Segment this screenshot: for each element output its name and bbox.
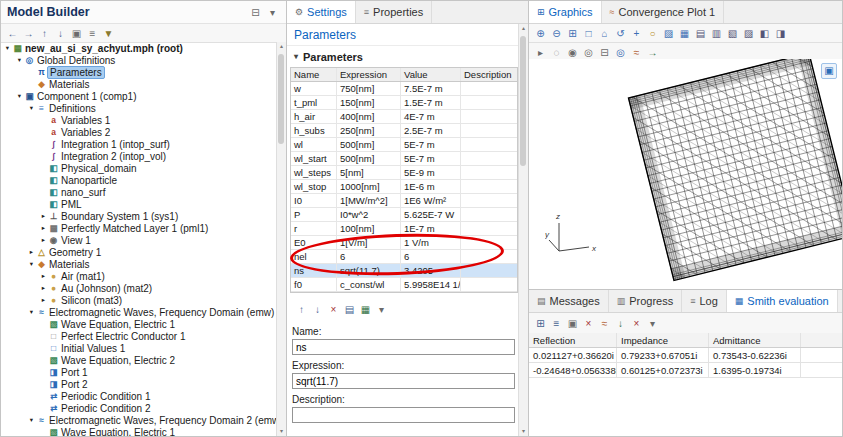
snapshot-icon[interactable]: ◎: [613, 45, 628, 60]
move-down-icon[interactable]: ↓: [310, 302, 325, 317]
tab-graphics[interactable]: ⊞Graphics: [529, 1, 602, 23]
copy-node-icon[interactable]: ▣: [69, 26, 84, 41]
expander-icon[interactable]: ▸: [39, 284, 48, 292]
clear-table-icon[interactable]: ×: [581, 316, 596, 331]
move-up-icon[interactable]: ↑: [37, 26, 52, 41]
column-header-description[interactable]: Description: [461, 68, 517, 81]
expander-icon[interactable]: ▾: [3, 44, 12, 52]
column-header-admittance[interactable]: Admittance: [709, 333, 801, 347]
move-down-icon[interactable]: ↓: [53, 26, 68, 41]
tree-item-nano-surf[interactable]: ◧nano_surf: [1, 186, 277, 198]
tab-convergence-plot-1[interactable]: ≈Convergence Plot 1: [602, 1, 725, 23]
tree-item-au-johnson-mat2[interactable]: ▸●Au (Johnson) (mat2): [1, 282, 277, 294]
wireframe-icon[interactable]: ▦: [677, 26, 692, 41]
left-view-icon[interactable]: ◧: [757, 26, 772, 41]
expander-icon[interactable]: ▾: [27, 104, 36, 112]
zoom-out-icon[interactable]: ⊖: [549, 26, 564, 41]
tree-item-silicon-mat3[interactable]: ▸●Silicon (mat3): [1, 294, 277, 306]
tree-item-air-mat1[interactable]: ▸●Air (mat1): [1, 270, 277, 282]
plot-table-icon[interactable]: ≈: [597, 316, 612, 331]
right-view-icon[interactable]: ◨: [773, 26, 788, 41]
expander-icon[interactable]: ▾: [27, 416, 36, 424]
param-row-wl-stop[interactable]: wl_stop1000[nm]1E-6 m: [291, 180, 517, 194]
expander-icon[interactable]: ▸: [39, 212, 48, 220]
param-row-r[interactable]: r100[nm]1E-7 m: [291, 222, 517, 236]
zoom-box-icon[interactable]: □: [581, 26, 596, 41]
tree-item-periodic-condition-1[interactable]: ⇄Periodic Condition 1: [1, 390, 277, 402]
scene-light-icon[interactable]: ○: [645, 26, 660, 41]
hide-icon[interactable]: ◌: [549, 45, 564, 60]
reset-hiding-icon[interactable]: ◎: [581, 45, 596, 60]
scroll-thumb[interactable]: [278, 54, 284, 144]
print-icon[interactable]: ⊟: [597, 45, 612, 60]
name-field-input[interactable]: [292, 339, 515, 355]
expander-icon[interactable]: ▾: [15, 92, 24, 100]
param-row-ns[interactable]: nssqrt(11.7)3.4205: [291, 264, 517, 278]
graphics-context-button[interactable]: ▣: [821, 63, 837, 79]
plot-settings-icon[interactable]: ≈: [629, 45, 644, 60]
forward-icon[interactable]: →: [21, 26, 36, 41]
tree-item-perfectly-matched-layer-1-pml1[interactable]: ▸▩Perfectly Matched Layer 1 (pml1): [1, 222, 277, 234]
tree-item-initial-values-1[interactable]: □Initial Values 1: [1, 342, 277, 354]
scroll-down-icon[interactable]: ▾: [277, 427, 286, 436]
delete-icon[interactable]: ×: [629, 316, 644, 331]
collapse-all-icon[interactable]: ⊟: [248, 5, 263, 20]
expander-icon[interactable]: ▸: [39, 224, 48, 232]
filter-icon[interactable]: ▼: [101, 26, 116, 41]
tree-item-component-1-comp1[interactable]: ▾▣Component 1 (comp1): [1, 90, 277, 102]
tree-item-electromagnetic-waves-frequency-domain-emw[interactable]: ▾≈Electromagnetic Waves, Frequency Domai…: [1, 306, 277, 318]
smith-row[interactable]: -0.24648+0.056338i0.60125+0.072373i1.639…: [529, 363, 842, 378]
tree-item-definitions[interactable]: ▾≡Definitions: [1, 102, 277, 114]
tab-messages[interactable]: ▤Messages: [529, 290, 609, 312]
tree-item-new-au-si-sy-achyut-mph-root[interactable]: ▾▦new_au_si_sy_achyut.mph (root): [1, 42, 277, 54]
table-menu-icon[interactable]: ▾: [374, 302, 389, 317]
tree-item-periodic-condition-2[interactable]: ⇄Periodic Condition 2: [1, 402, 277, 414]
tree-item-physical-domain[interactable]: ◧Physical_domain: [1, 162, 277, 174]
tree-item-port-2[interactable]: ◨Port 2: [1, 378, 277, 390]
expander-icon[interactable]: ▸: [39, 272, 48, 280]
tree-item-boundary-system-1-sys1[interactable]: ▸⊥Boundary System 1 (sys1): [1, 210, 277, 222]
param-row-wl-steps[interactable]: wl_steps5[nm]5E-9 m: [291, 166, 517, 180]
rotate-view-icon[interactable]: ↺: [613, 26, 628, 41]
tree-item-port-1[interactable]: ◨Port 1: [1, 366, 277, 378]
expander-icon[interactable]: ▸: [39, 236, 48, 244]
graphics-canvas[interactable]: z x y ▣: [529, 59, 842, 289]
tree-item-integration-1-intop-surf[interactable]: ∫Integration 1 (intop_surf): [1, 138, 277, 150]
tree-item-pml[interactable]: ◧PML: [1, 198, 277, 210]
tree-item-electromagnetic-waves-frequency-domain-2-emw2[interactable]: ▾≈Electromagnetic Waves, Frequency Domai…: [1, 414, 277, 426]
save-file-icon[interactable]: ▦: [358, 302, 373, 317]
param-row-t-pml[interactable]: t_pml150[nm]1.5E-7 m: [291, 96, 517, 110]
transparency-icon[interactable]: ▨: [661, 26, 676, 41]
full-precision-icon[interactable]: ≡: [549, 316, 564, 331]
tree-item-variables-1[interactable]: aVariables 1: [1, 114, 277, 126]
tree-item-wave-equation-electric-1[interactable]: ▧Wave Equation, Electric 1: [1, 318, 277, 330]
pan-icon[interactable]: +: [629, 26, 644, 41]
show-icon[interactable]: ◉: [565, 45, 580, 60]
expander-icon[interactable]: ▸: [39, 296, 48, 304]
tree-item-nanoparticle[interactable]: ◧Nanoparticle: [1, 174, 277, 186]
move-up-icon[interactable]: ↑: [294, 302, 309, 317]
load-file-icon[interactable]: ▤: [342, 302, 357, 317]
column-header-reflection[interactable]: Reflection: [529, 333, 617, 347]
go-to-default-view-icon[interactable]: ⌂: [597, 26, 612, 41]
expander-icon[interactable]: ▸: [27, 248, 36, 256]
expander-icon[interactable]: ▾: [27, 308, 36, 316]
scroll-down-icon[interactable]: ▾: [519, 427, 528, 436]
column-header-value[interactable]: Value: [401, 68, 461, 81]
tree-item-parameters[interactable]: πParameters: [1, 66, 277, 78]
tab-properties[interactable]: ≡Properties: [356, 1, 432, 23]
model-builder-scrollbar[interactable]: ▴ ▾: [276, 42, 286, 436]
column-header-impedance[interactable]: Impedance: [617, 333, 709, 347]
copy-table-icon[interactable]: ▣: [565, 316, 580, 331]
param-row-p[interactable]: PI0*w^25.625E-7 W: [291, 208, 517, 222]
zoom-in-icon[interactable]: ⊕: [533, 26, 548, 41]
table-settings-icon[interactable]: ⊞: [533, 316, 548, 331]
top-view-icon[interactable]: ▧: [725, 26, 740, 41]
tree-item-materials[interactable]: ▾◆Materials: [1, 258, 277, 270]
tab-progress[interactable]: ▥Progress: [609, 290, 683, 312]
param-row-h-air[interactable]: h_air400[nm]4E-7 m: [291, 110, 517, 124]
context-menu-icon[interactable]: ▾: [265, 5, 280, 20]
scroll-up-icon[interactable]: ▴: [277, 42, 286, 51]
param-row-f0[interactable]: f0c_const/wl5.9958E14 1/s: [291, 278, 517, 292]
param-row-wl[interactable]: wl500[nm]5E-7 m: [291, 138, 517, 152]
